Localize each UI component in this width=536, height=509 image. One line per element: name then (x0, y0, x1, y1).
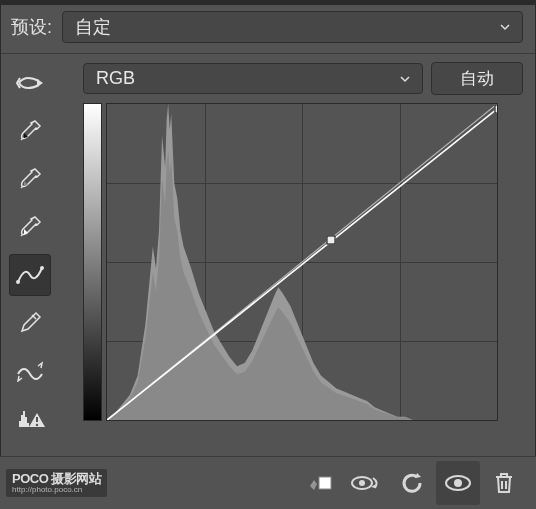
svg-point-9 (454, 479, 462, 487)
clip-toggle-icon[interactable] (298, 461, 342, 505)
view-previous-icon[interactable] (344, 461, 388, 505)
eyedropper-black-icon[interactable] (9, 110, 51, 152)
svg-point-1 (40, 266, 44, 270)
logo-main: POCO 摄影网站 (12, 472, 101, 486)
histogram-warning-icon[interactable] (9, 398, 51, 440)
curves-chart[interactable] (106, 103, 498, 421)
eyedropper-white-icon[interactable] (9, 206, 51, 248)
finger-icon[interactable] (9, 62, 51, 104)
logo-badge: POCO 摄影网站 http://photo.poco.cn (6, 469, 107, 497)
svg-rect-5 (319, 477, 331, 489)
channel-value: RGB (96, 68, 135, 89)
reset-icon[interactable] (390, 461, 434, 505)
smooth-icon[interactable] (9, 350, 51, 392)
delete-icon[interactable] (482, 461, 526, 505)
svg-point-0 (16, 280, 20, 284)
output-gradient (83, 103, 102, 421)
chevron-down-icon (398, 72, 412, 86)
preset-select[interactable]: 自定 (62, 11, 523, 43)
curve-point[interactable] (495, 104, 499, 113)
preset-value: 自定 (75, 15, 111, 39)
curve-point[interactable] (327, 235, 336, 244)
auto-button[interactable]: 自动 (431, 62, 523, 95)
preset-label: 预设: (11, 15, 54, 39)
tools-sidebar (1, 60, 59, 440)
svg-point-2 (36, 424, 38, 426)
channel-select[interactable]: RGB (83, 63, 423, 94)
panel-footer: POCO 摄影网站 http://photo.poco.cn (0, 456, 536, 509)
eyedropper-gray-icon[interactable] (9, 158, 51, 200)
svg-line-4 (107, 109, 497, 420)
logo-sub: http://photo.poco.cn (12, 486, 101, 494)
visibility-icon[interactable] (436, 461, 480, 505)
curve-line (107, 104, 497, 420)
chevron-down-icon (498, 20, 512, 34)
curve-tool-icon[interactable] (9, 254, 51, 296)
pencil-icon[interactable] (9, 302, 51, 344)
svg-point-7 (359, 480, 365, 486)
